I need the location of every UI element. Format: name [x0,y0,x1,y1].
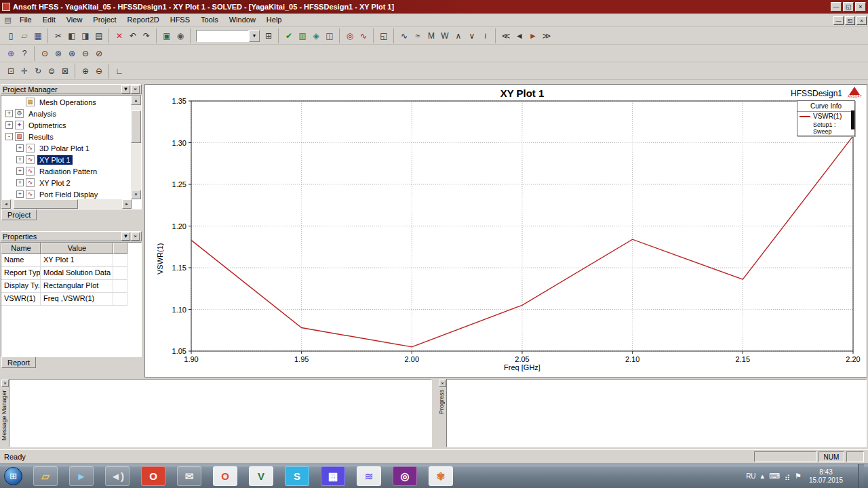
fit-all-icon[interactable]: ⊡ [4,64,18,78]
menu-hfss[interactable]: HFSS [165,14,195,26]
tree-vscrollbar[interactable]: ▲ ▼ [131,96,141,199]
panel-menu-icon[interactable]: ▼ [121,85,130,94]
expander-plus-icon[interactable]: + [5,110,13,117]
redo-icon[interactable]: ↷ [140,29,153,43]
legend-series-row[interactable]: VSWR(1) [797,112,854,121]
panel-close-icon[interactable]: × [131,232,140,241]
first-frame-icon[interactable]: ≪ [499,29,513,43]
expander-plus-icon[interactable]: + [16,144,24,152]
expander-plus-icon[interactable]: + [16,179,24,186]
expander-plus-icon[interactable]: + [16,167,24,175]
context-help-icon[interactable]: ? [18,47,31,60]
progress-content[interactable] [446,379,867,447]
tree-item-xy-plot-2[interactable]: +∿XY Plot 2 [1,177,130,188]
expander-plus-icon[interactable]: + [16,156,24,163]
wave-pulse-icon[interactable]: ≀ [479,29,492,43]
project-manager-header[interactable]: Project Manager ▼ × [1,84,142,94]
panel-close-icon[interactable]: × [1,380,9,387]
cut-icon[interactable]: ✂ [52,29,65,43]
boolean-intersect-icon[interactable]: ⊘ [92,47,106,60]
tab-report[interactable]: Report [1,357,36,368]
floppy-app-icon[interactable]: ▦ [321,466,345,486]
wave-m-icon[interactable]: M [425,29,438,43]
coordinate-axes-icon[interactable]: ∟ [113,64,126,78]
menu-project[interactable]: Project [87,14,121,26]
ansys-app-icon[interactable]: ◎ [393,466,417,486]
menu-file[interactable]: File [14,14,37,26]
legend-sub-row[interactable]: Setup1 : Sweep [797,121,854,136]
select-object-icon[interactable]: ⊙ [38,47,52,60]
property-value[interactable]: Modal Solution Data [41,267,113,279]
tree-item-analysis[interactable]: +⚙Analysis [1,108,130,119]
zoom-window-icon[interactable]: ⊠ [58,64,72,78]
scroll-up-icon[interactable]: ▲ [131,96,141,105]
property-value[interactable]: XY Plot 1 [41,254,113,266]
tree-item-radiation-pattern[interactable]: +∿Radiation Pattern [1,165,130,177]
expander-plus-icon[interactable]: + [5,121,13,129]
paint-app-icon[interactable]: ✾ [429,466,453,486]
tab-project[interactable]: Project [1,209,37,220]
hidden-icons-icon[interactable]: ▴ [761,472,765,481]
property-value[interactable]: Rectangular Plot [41,280,113,292]
zoom-out-icon[interactable]: ⊖ [92,64,106,78]
tree-hscrollbar[interactable]: ◄ ► [1,199,132,209]
bottom-splitter[interactable] [433,379,438,449]
delete-icon[interactable]: ✕ [113,29,126,43]
last-frame-icon[interactable]: ≫ [540,29,553,43]
select-face-icon[interactable]: ⊚ [52,47,65,60]
undo-icon[interactable]: ↶ [126,29,140,43]
menu-view[interactable]: View [61,14,88,26]
panel-close-icon[interactable]: × [131,85,140,94]
solution-data-icon[interactable]: ◫ [323,29,336,43]
expander-minus-icon[interactable]: - [5,133,13,140]
titlebar-restore-button[interactable]: ◱ [843,2,854,12]
tree-hscroll-track[interactable] [11,199,122,209]
prev-frame-icon[interactable]: ◄ [513,29,526,43]
windows-explorer-icon[interactable]: ▱ [33,466,58,486]
properties-column-value[interactable]: Value [41,243,113,254]
rotate-view-icon[interactable]: ↻ [31,64,45,78]
plot-report-icon[interactable]: ∿ [357,29,370,43]
expander-plus-icon[interactable]: + [16,190,24,198]
mail-client-icon[interactable]: ✉ [177,466,201,486]
new-file-icon[interactable]: ▯ [4,29,18,43]
pan-icon[interactable]: ✛ [18,64,31,78]
chevron-down-icon[interactable]: ▼ [249,30,260,42]
save-icon[interactable]: ▦ [31,29,45,43]
titlebar-minimize-button[interactable]: — [831,2,842,12]
scroll-left-icon[interactable]: ◄ [1,199,11,209]
wave-w-icon[interactable]: W [438,29,452,43]
language-indicator[interactable]: RU [746,472,755,480]
validate-icon[interactable]: ✔ [282,29,296,43]
tree-vscroll-track[interactable] [131,105,141,190]
wave-sine-icon[interactable]: ∿ [397,29,411,43]
solve-fields-icon[interactable]: ◈ [309,29,323,43]
v-app-icon[interactable]: V [249,466,273,486]
tray-clock[interactable]: 8:43 15.07.2015 [806,468,846,485]
boolean-subtract-icon[interactable]: ⊖ [79,47,92,60]
analyze-all-icon[interactable]: ▥ [296,29,309,43]
plot-app-icon[interactable]: ≋ [357,466,381,486]
network-status-icon[interactable]: ⣴ [785,472,790,481]
tree-item-mesh-operations[interactable]: ▦Mesh Operations [1,96,130,108]
mdi-restore-button[interactable]: ◱ [845,16,855,25]
mdi-close-button[interactable]: × [856,16,867,25]
menu-tools[interactable]: Tools [195,14,224,26]
menu-edit[interactable]: Edit [37,14,61,26]
chart-legend[interactable]: Curve Info VSWR(1) Setup1 : Sweep [797,100,855,136]
open-file-icon[interactable]: ▱ [18,29,31,43]
property-value[interactable]: Freq ,VSWR(1) [41,293,113,305]
render-mode-icon[interactable]: ▣ [160,29,174,43]
snap-mode-icon[interactable]: ◉ [174,29,187,43]
tree-item-3d-polar-plot-1[interactable]: +∿3D Polar Plot 1 [1,142,130,154]
scroll-right-icon[interactable]: ► [122,199,132,209]
panel-close-icon[interactable]: × [439,380,446,387]
volume-mixer-icon[interactable]: ◄) [105,466,130,486]
media-player-icon[interactable]: ► [69,466,94,486]
open-region-icon[interactable]: ⊕ [4,47,18,60]
skype-icon[interactable]: S [285,466,309,486]
wave-peak-icon[interactable]: ∧ [452,29,465,43]
scroll-down-icon[interactable]: ▼ [131,190,141,199]
mdi-minimize-button[interactable]: — [833,16,844,25]
wave-double-icon[interactable]: ≈ [411,29,425,43]
